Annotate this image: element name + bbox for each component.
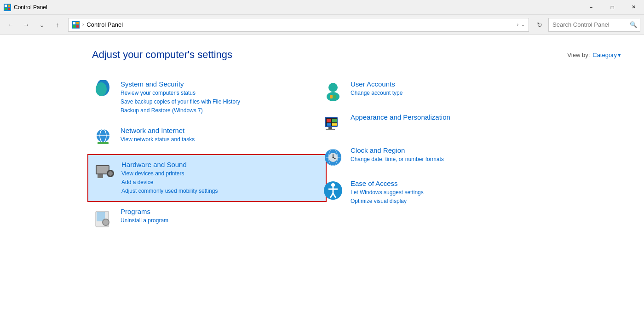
programs-text: Programs Uninstall a program — [121, 208, 168, 225]
titlebar-title: Control Panel — [14, 4, 47, 11]
svg-rect-32 — [327, 119, 331, 122]
network-internet-text: Network and Internet View network status… — [121, 127, 195, 144]
system-security-text: System and Security Review your computer… — [121, 80, 240, 116]
address-end-chevron: › — [517, 22, 518, 27]
address-path: Control Panel — [86, 21, 514, 28]
up-button[interactable]: ↑ — [51, 18, 64, 32]
left-column: System and Security Review your computer… — [92, 75, 322, 235]
svg-rect-2 — [8, 5, 10, 7]
category-network-internet[interactable]: Network and Internet View network status… — [92, 121, 322, 154]
programs-title[interactable]: Programs — [121, 208, 168, 215]
ease-of-access-title[interactable]: Ease of Access — [351, 179, 424, 187]
refresh-button[interactable]: ↻ — [533, 18, 546, 32]
system-security-icon — [92, 80, 114, 102]
network-internet-icon — [92, 127, 114, 149]
svg-rect-4 — [8, 8, 10, 10]
system-security-link-1[interactable]: Review your computer's status — [121, 89, 240, 98]
viewby-container: View by: Category ▾ — [567, 52, 621, 58]
svg-rect-37 — [326, 129, 335, 130]
category-system-security[interactable]: System and Security Review your computer… — [92, 75, 322, 121]
search-icon: 🔍 — [630, 21, 637, 28]
ease-of-access-link-1[interactable]: Let Windows suggest settings — [351, 188, 424, 197]
network-internet-link-1[interactable]: View network status and tasks — [121, 135, 195, 144]
hardware-sound-title[interactable]: Hardware and Sound — [121, 161, 218, 168]
appearance-personalization-icon — [322, 113, 344, 135]
svg-point-46 — [331, 183, 335, 187]
main-content: Adjust your computer's settings View by:… — [0, 35, 644, 335]
system-security-title[interactable]: System and Security — [121, 80, 240, 88]
network-internet-title[interactable]: Network and Internet — [121, 127, 195, 134]
svg-point-44 — [333, 157, 334, 158]
svg-rect-6 — [73, 22, 75, 24]
viewby-chevron-icon: ▾ — [618, 52, 621, 58]
clock-region-link-1[interactable]: Change date, time, or number formats — [351, 155, 444, 164]
category-user-accounts[interactable]: User Accounts Change account type — [322, 75, 552, 108]
svg-rect-17 — [97, 166, 109, 173]
svg-rect-8 — [73, 25, 75, 28]
svg-rect-28 — [330, 95, 333, 98]
category-clock-region[interactable]: Clock and Region Change date, time, or n… — [322, 141, 552, 174]
svg-point-25 — [103, 219, 109, 225]
category-ease-of-access[interactable]: Ease of Access Let Windows suggest setti… — [322, 174, 552, 211]
svg-rect-9 — [76, 25, 79, 28]
svg-rect-7 — [76, 22, 79, 24]
app-icon — [4, 4, 11, 11]
forward-button[interactable]: → — [19, 18, 33, 32]
svg-rect-29 — [334, 95, 336, 98]
svg-rect-34 — [327, 123, 331, 126]
category-hardware-sound[interactable]: Hardware and Sound View devices and prin… — [87, 154, 327, 202]
clock-region-text: Clock and Region Change date, time, or n… — [351, 146, 444, 164]
ease-of-access-icon — [322, 179, 344, 202]
address-bar[interactable]: › Control Panel › ⌄ — [68, 18, 529, 32]
svg-rect-15 — [98, 142, 109, 144]
programs-icon — [92, 208, 114, 230]
svg-rect-3 — [5, 8, 7, 10]
user-accounts-text: User Accounts Change account type — [351, 80, 402, 98]
clock-region-icon — [322, 146, 344, 168]
recent-button[interactable]: ⌄ — [35, 18, 49, 32]
search-input[interactable] — [552, 21, 630, 28]
categories-grid: System and Security Review your computer… — [92, 75, 552, 235]
svg-point-27 — [327, 92, 339, 101]
viewby-dropdown[interactable]: Category ▾ — [592, 52, 621, 58]
page-title: Adjust your computer's settings — [92, 49, 232, 61]
hardware-sound-text: Hardware and Sound View devices and prin… — [121, 161, 218, 196]
user-accounts-title[interactable]: User Accounts — [351, 80, 402, 88]
category-programs[interactable]: Programs Uninstall a program — [92, 202, 322, 235]
back-button[interactable]: ← — [4, 18, 17, 32]
svg-rect-35 — [332, 123, 337, 126]
viewby-value: Category — [592, 52, 617, 58]
system-security-link-2[interactable]: Save backup copies of your files with Fi… — [121, 98, 240, 106]
address-bar-icon — [72, 21, 80, 29]
minimize-button[interactable]: − — [581, 0, 602, 15]
hardware-sound-link-2[interactable]: Add a device — [121, 178, 218, 187]
user-accounts-link-1[interactable]: Change account type — [351, 89, 402, 98]
svg-point-20 — [108, 171, 113, 176]
svg-point-26 — [328, 83, 338, 92]
system-security-link-3[interactable]: Backup and Restore (Windows 7) — [121, 106, 240, 115]
search-bar[interactable]: 🔍 — [548, 18, 640, 32]
hardware-sound-icon — [93, 161, 115, 183]
titlebar-left: Control Panel — [4, 4, 47, 11]
maximize-button[interactable]: □ — [602, 0, 623, 15]
hardware-sound-link-3[interactable]: Adjust commonly used mobility settings — [121, 187, 218, 196]
appearance-personalization-text: Appearance and Personalization — [351, 113, 450, 122]
svg-rect-36 — [328, 127, 332, 129]
viewby-label: View by: — [567, 52, 590, 58]
close-button[interactable]: ✕ — [623, 0, 644, 15]
page-header: Adjust your computer's settings View by:… — [92, 49, 621, 61]
hardware-sound-link-1[interactable]: View devices and printers — [121, 169, 218, 178]
svg-rect-33 — [332, 119, 337, 122]
clock-region-title[interactable]: Clock and Region — [351, 146, 444, 154]
right-column: User Accounts Change account type — [322, 75, 552, 235]
appearance-personalization-title[interactable]: Appearance and Personalization — [351, 113, 450, 121]
ease-of-access-text: Ease of Access Let Windows suggest setti… — [351, 179, 424, 206]
address-dropdown-chevron: ⌄ — [521, 22, 525, 27]
programs-link-1[interactable]: Uninstall a program — [121, 216, 168, 225]
svg-rect-18 — [98, 174, 103, 178]
ease-of-access-link-2[interactable]: Optimize visual display — [351, 197, 424, 206]
titlebar-controls: − □ ✕ — [581, 0, 644, 15]
category-appearance-personalization[interactable]: Appearance and Personalization — [322, 108, 552, 141]
navbar: ← → ⌄ ↑ › Control Panel › ⌄ ↻ 🔍 — [0, 15, 644, 35]
address-separator: › — [82, 22, 84, 27]
